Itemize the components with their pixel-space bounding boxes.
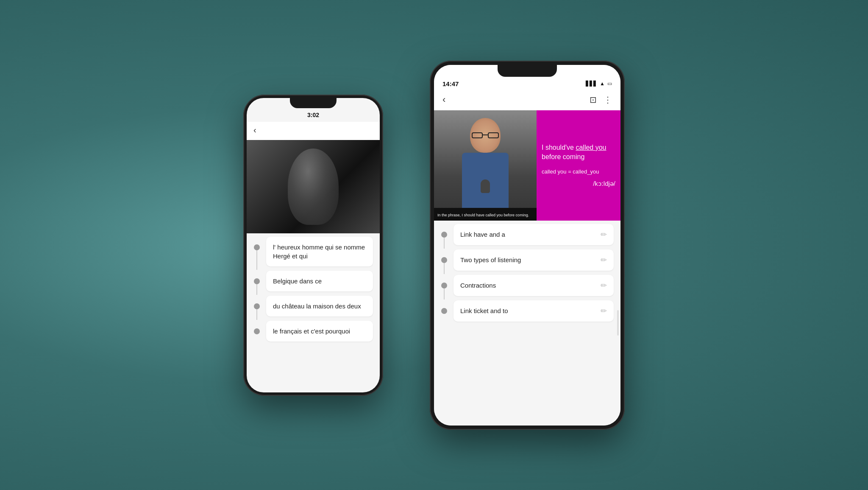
back-header: ‹ <box>247 122 380 140</box>
front-list-item-2[interactable]: Contractions ✏ <box>434 275 620 300</box>
back-lesson-label-2: du château la maison des deux <box>273 302 361 311</box>
battery-icon: ▭ <box>607 81 612 87</box>
back-list-item-1[interactable]: Belgique dans ce <box>247 271 380 295</box>
subtitle-text: In the phrase, I should have called you … <box>437 213 529 217</box>
phone-back: 3:02 ‹ l' heureu <box>243 95 383 396</box>
front-timeline-line-2 <box>444 288 445 300</box>
back-list-item-2[interactable]: du château la maison des deux <box>247 296 380 320</box>
instructor-head <box>470 118 501 153</box>
front-list-item-1[interactable]: Two types of listening ✏ <box>434 249 620 274</box>
front-timeline-line-0 <box>444 238 445 249</box>
subtitle-bar: In the phrase, I should have called you … <box>434 208 537 221</box>
back-video-player[interactable] <box>247 140 380 233</box>
back-list-item-3[interactable]: le français et c'est pourquoi <box>247 321 380 345</box>
glasses-left <box>472 132 483 138</box>
back-timeline-dot-0 <box>254 244 260 250</box>
back-timeline-dot-3 <box>254 328 260 334</box>
glasses-right <box>488 132 499 138</box>
back-video-overlay <box>247 140 380 233</box>
front-header-icons: ⊡ ⋮ <box>590 95 612 105</box>
front-header: ‹ ⊡ ⋮ <box>434 91 620 110</box>
back-timeline-line-2 <box>256 309 257 320</box>
back-timeline-dot-1 <box>254 278 260 284</box>
back-header-back-button[interactable]: ‹ <box>253 125 256 135</box>
phrase-phonetic: /kɔːldjə/ <box>542 180 615 188</box>
wifi-icon: ▲ <box>600 81 605 87</box>
front-video-instructor: In the phrase, I should have called you … <box>434 110 537 221</box>
front-back-button[interactable]: ‹ <box>442 94 445 105</box>
front-timeline-dot-0 <box>441 232 447 238</box>
back-lesson-card-1: Belgique dans ce <box>266 271 373 291</box>
front-lesson-edit-icon-3[interactable]: ✏ <box>601 306 607 316</box>
microphone <box>481 179 490 193</box>
front-lesson-card-0: Link have and a ✏ <box>453 224 614 245</box>
instructor-glasses <box>472 132 499 139</box>
back-list-item-0[interactable]: l' heureux homme qui se nomme Hergé et q… <box>247 237 380 270</box>
back-timeline-dot-2 <box>254 303 260 309</box>
back-status-time: 3:02 <box>307 112 319 118</box>
back-lesson-card-2: du château la maison des deux <box>266 296 373 316</box>
expand-icon[interactable]: ⊡ <box>590 95 597 105</box>
back-timeline-line-1 <box>256 284 257 295</box>
front-lesson-label-0: Link have and a <box>460 231 505 238</box>
back-timeline-line-0 <box>256 250 257 270</box>
front-list-item-0[interactable]: Link have and a ✏ <box>434 224 620 249</box>
more-options-icon[interactable]: ⋮ <box>604 95 612 105</box>
front-status-icons: ▋▋▋ ▲ ▭ <box>586 81 612 87</box>
phone-front-screen: 14:47 ▋▋▋ ▲ ▭ ‹ ⊡ ⋮ <box>434 65 620 426</box>
back-lesson-label-3: le français et c'est pourquoi <box>273 327 350 336</box>
front-lesson-list: Link have and a ✏ Two types of listening… <box>434 221 620 426</box>
front-lesson-card-3: Link ticket and to ✏ <box>453 300 614 322</box>
phones-container: 3:02 ‹ l' heureu <box>243 44 625 447</box>
back-lesson-label-1: Belgique dans ce <box>273 277 322 286</box>
back-lesson-label-0: l' heureux homme qui se nomme Hergé et q… <box>273 243 366 260</box>
phrase-equals: called you = called_you <box>542 168 615 175</box>
front-lesson-edit-icon-0[interactable]: ✏ <box>601 230 607 239</box>
front-lesson-label-2: Contractions <box>460 282 496 289</box>
front-timeline-dot-3 <box>441 308 447 314</box>
back-lesson-card-0: l' heureux homme qui se nomme Hergé et q… <box>266 237 373 266</box>
front-video-text-overlay: I should've called you before coming cal… <box>537 110 620 221</box>
phrase-main: I should've called you before coming <box>542 143 615 162</box>
front-lesson-edit-icon-2[interactable]: ✏ <box>601 281 607 290</box>
back-lesson-card-3: le français et c'est pourquoi <box>266 321 373 342</box>
front-lesson-edit-icon-1[interactable]: ✏ <box>601 255 607 265</box>
front-video-player[interactable]: In the phrase, I should have called you … <box>434 110 620 221</box>
phone-back-screen: 3:02 ‹ l' heureu <box>247 98 380 392</box>
glasses-bridge <box>483 134 488 135</box>
front-status-time: 14:47 <box>442 80 459 87</box>
signal-icon: ▋▋▋ <box>586 81 597 87</box>
back-lesson-list: l' heureux homme qui se nomme Hergé et q… <box>247 233 380 349</box>
front-lesson-card-1: Two types of listening ✏ <box>453 249 614 271</box>
front-lesson-card-2: Contractions ✏ <box>453 275 614 296</box>
front-timeline-dot-1 <box>441 257 447 263</box>
front-lesson-label-3: Link ticket and to <box>460 307 508 314</box>
front-list-item-3[interactable]: Link ticket and to ✏ <box>434 300 620 325</box>
back-video-figure <box>288 148 339 225</box>
phone-front: 14:47 ▋▋▋ ▲ ▭ ‹ ⊡ ⋮ <box>430 61 625 430</box>
front-lesson-label-1: Two types of listening <box>460 256 521 263</box>
back-phone-notch <box>290 98 337 108</box>
front-timeline-dot-2 <box>441 283 447 288</box>
front-timeline-line-1 <box>444 263 445 274</box>
scroll-indicator <box>617 310 619 336</box>
instructor-figure <box>434 110 537 221</box>
front-phone-notch <box>498 65 557 77</box>
